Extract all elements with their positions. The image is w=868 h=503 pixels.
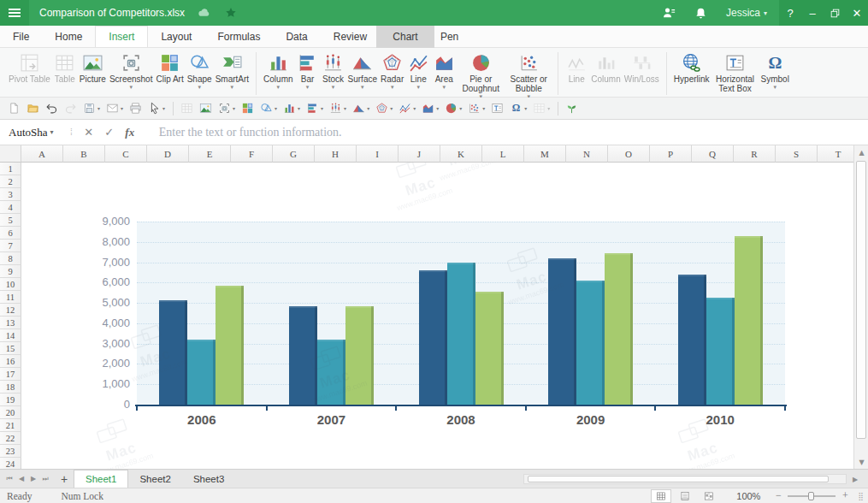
hamburger-menu-button[interactable] (0, 0, 29, 26)
notification-bell-button[interactable] (685, 0, 717, 26)
row-header-12[interactable]: 12 (0, 304, 21, 317)
tab-formulas[interactable]: Formulas (204, 26, 273, 47)
bar-2010-series3[interactable] (735, 236, 763, 405)
column-header-a[interactable]: A (21, 145, 63, 163)
row-header-2[interactable]: 2 (0, 175, 21, 188)
toolbar-save-button[interactable]: ▾ (80, 99, 103, 118)
row-header-16[interactable]: 16 (0, 355, 21, 368)
cells-area[interactable]: 01,0002,0003,0004,0005,0006,0007,0008,00… (21, 163, 853, 469)
vertical-scrollbar[interactable]: ▲ ▼ (853, 145, 868, 469)
insert-function-button[interactable]: fx (120, 126, 140, 139)
ribbon-button-surface[interactable]: Surface▾ (346, 50, 379, 91)
toolbar-new-file-button[interactable] (5, 99, 23, 118)
column-header-d[interactable]: D (147, 145, 189, 163)
last-sheet-icon[interactable]: ⏭ (39, 475, 51, 483)
sheet-tab-sheet3[interactable]: Sheet3 (182, 470, 235, 488)
column-header-j[interactable]: J (399, 145, 440, 163)
column-header-r[interactable]: R (734, 145, 776, 163)
zoom-slider[interactable] (788, 490, 836, 502)
ribbon-button-horizontal-text-box[interactable]: Horizontal Text Box (712, 50, 759, 93)
scroll-down-arrow-icon[interactable]: ▼ (854, 455, 868, 469)
bar-2006-series1[interactable] (159, 300, 187, 405)
row-header-18[interactable]: 18 (0, 381, 21, 394)
ribbon-button-radar[interactable]: Radar▾ (379, 50, 405, 91)
zoom-in-button[interactable]: + (839, 489, 851, 502)
row-header-15[interactable]: 15 (0, 342, 21, 355)
toolbar-column-chart-button[interactable]: ▾ (280, 99, 303, 118)
column-header-m[interactable]: M (524, 145, 566, 163)
toolbar-symbol-button[interactable]: Ω▾ (507, 99, 529, 118)
bar-2006-series2[interactable] (187, 340, 216, 405)
toolbar-line-chart-button[interactable]: ▾ (396, 99, 418, 118)
first-sheet-icon[interactable]: ⏮ (3, 475, 15, 483)
toolbar-radar-chart-button[interactable]: ▾ (373, 99, 395, 118)
ribbon-button-area[interactable]: Area▾ (431, 50, 457, 91)
horizontal-scroll-thumb[interactable] (528, 476, 829, 482)
tab-data[interactable]: Data (273, 26, 320, 47)
row-header-11[interactable]: 11 (0, 291, 21, 304)
prev-sheet-icon[interactable]: ◀ (15, 475, 27, 482)
row-header-24[interactable]: 24 (0, 458, 21, 469)
column-header-h[interactable]: H (315, 145, 357, 163)
column-header-i[interactable]: I (357, 145, 399, 163)
row-header-23[interactable]: 23 (0, 445, 21, 458)
normal-view-button[interactable] (651, 489, 671, 503)
row-header-10[interactable]: 10 (0, 278, 21, 291)
ribbon-button-bar[interactable]: Bar▾ (295, 50, 321, 91)
scroll-up-arrow-icon[interactable]: ▲ (854, 145, 868, 159)
bar-2006-series3[interactable] (216, 286, 244, 405)
ribbon-button-column[interactable]: Column▾ (262, 50, 294, 91)
tab-chart-contextual[interactable]: Chart (376, 26, 434, 48)
column-header-f[interactable]: F (231, 145, 273, 163)
bar-2007-series2[interactable] (317, 340, 345, 405)
row-header-13[interactable]: 13 (0, 317, 21, 329)
ribbon-button-stock[interactable]: Stock▾ (321, 50, 346, 91)
ribbon-button-screenshot[interactable]: Screenshot▾ (108, 50, 155, 91)
tab-file[interactable]: File (0, 26, 42, 47)
ribbon-button-scatter-or-bubble[interactable]: Scatter or Bubble▾ (505, 50, 552, 100)
row-header-8[interactable]: 8 (0, 252, 21, 265)
toolbar-text-box-button[interactable] (488, 99, 506, 118)
bar-2009-series2[interactable] (576, 281, 605, 405)
row-header-14[interactable]: 14 (0, 329, 21, 342)
row-header-4[interactable]: 4 (0, 201, 21, 214)
column-header-b[interactable]: B (63, 145, 105, 163)
row-header-1[interactable]: 1 (0, 163, 21, 175)
bar-2009-series1[interactable] (548, 258, 576, 405)
bar-2008-series1[interactable] (419, 270, 447, 405)
toolbar-area-chart-button[interactable]: ▾ (419, 99, 441, 118)
toolbar-mail-button[interactable]: ▾ (103, 99, 126, 118)
ribbon-button-picture[interactable]: Picture (78, 50, 108, 84)
favorite-star-icon[interactable] (224, 6, 238, 20)
row-header-6[interactable]: 6 (0, 227, 21, 240)
formula-input[interactable]: Enter the text or function information. (159, 126, 342, 139)
column-header-c[interactable]: C (105, 145, 147, 163)
ribbon-button-symbol[interactable]: ΩSymbol▾ (759, 50, 791, 91)
ribbon-button-clip-art[interactable]: Clip Art (154, 50, 185, 84)
minimize-button[interactable]: – (801, 0, 824, 26)
add-sheet-button[interactable]: + (55, 470, 74, 488)
row-header-21[interactable]: 21 (0, 419, 21, 432)
toolbar-screenshot-button[interactable]: ▾ (216, 99, 238, 118)
column-header-e[interactable]: E (189, 145, 231, 163)
row-header-7[interactable]: 7 (0, 240, 21, 252)
row-header-20[interactable]: 20 (0, 406, 21, 419)
toolbar-scatter-chart-button[interactable]: ▾ (465, 99, 487, 118)
ribbon-button-shape[interactable]: Shape▾ (186, 50, 214, 91)
confirm-entry-button[interactable]: ✓ (99, 126, 120, 139)
row-header-19[interactable]: 19 (0, 394, 21, 406)
column-header-g[interactable]: G (273, 145, 315, 163)
column-header-q[interactable]: Q (692, 145, 734, 163)
column-header-k[interactable]: K (440, 145, 482, 163)
tab-home[interactable]: Home (42, 26, 95, 47)
bar-2010-series2[interactable] (706, 298, 735, 405)
zoom-slider-thumb[interactable] (808, 492, 814, 500)
bar-2009-series3[interactable] (605, 253, 633, 405)
sheet-tab-sheet1[interactable]: Sheet1 (74, 470, 128, 488)
next-sheet-icon[interactable]: ▶ (27, 475, 39, 482)
column-header-p[interactable]: P (650, 145, 692, 163)
scroll-right-arrow-icon[interactable]: ▶ (849, 474, 861, 484)
column-header-o[interactable]: O (608, 145, 650, 163)
column-header-l[interactable]: L (482, 145, 524, 163)
page-layout-view-button[interactable] (675, 489, 695, 503)
